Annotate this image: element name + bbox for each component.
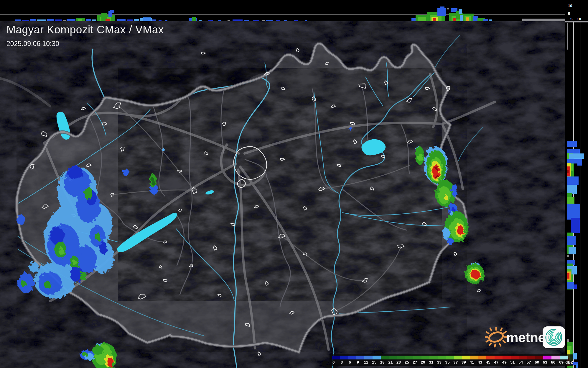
top-panel-echo [63, 20, 66, 21]
legend-entry-color [364, 356, 373, 359]
legend-entry-value: 6 [346, 360, 354, 364]
top-panel-echo [55, 19, 62, 21]
right-vmax-panel [567, 22, 588, 368]
top-panel-echo [78, 19, 82, 21]
top-panel-echo [159, 20, 162, 21]
top-panel-echo [483, 19, 488, 21]
gridline-10km [581, 22, 581, 368]
legend-unit: dBZ [565, 360, 573, 364]
right-panel-graybar [567, 23, 568, 50]
legend-entry-color [519, 356, 527, 359]
right-axis-tick-10: 10 [577, 17, 581, 21]
legend-entry-color [446, 356, 454, 359]
legend-entry-color [478, 356, 487, 359]
top-vmax-panel [0, 0, 565, 21]
right-axis-tick-5: 5 [570, 17, 572, 21]
legend-entry-value: 9 [354, 360, 362, 364]
legend-entry-value: 66 [549, 360, 557, 364]
legend-entry-value: 23 [395, 360, 403, 364]
legend-entry-color [348, 356, 356, 359]
legend-entry-color [397, 356, 405, 359]
legend-entry-value: 15 [370, 360, 378, 364]
right-panel-echo [567, 236, 576, 245]
legend-entry-value: 35 [443, 360, 452, 364]
top-panel-echo [199, 20, 202, 21]
right-panel-echo [576, 207, 580, 215]
gridline-5km [573, 22, 574, 368]
right-panel-echo [567, 255, 569, 257]
legend-entry-color [413, 356, 421, 359]
top-panel-echo [305, 20, 307, 21]
top-panel-echo [192, 17, 196, 21]
legend-entry-color [511, 356, 519, 359]
right-panel-echo [569, 247, 576, 254]
top-panel-echo [433, 18, 436, 21]
legend-entry-value: 39 [460, 360, 468, 364]
top-panel-echo [233, 19, 243, 21]
right-panel-echo [567, 197, 574, 204]
top-panel-echo [67, 19, 75, 21]
dbz-legend-labels: 0369121518212325272931333537394143454749… [330, 360, 573, 364]
right-panel-echo [577, 161, 582, 166]
top-axis-tick-10: 10 [568, 4, 572, 8]
legend-entry-color [340, 356, 348, 359]
right-panel-echo [571, 218, 580, 233]
map-title-block: Magyar Kompozit CMax / VMax 2025.09.06 1… [6, 24, 164, 48]
legend-entry-color [454, 356, 462, 359]
legend-entry-color [373, 356, 381, 359]
legend-entry-color [543, 356, 551, 359]
top-panel-echo [447, 8, 449, 9]
legend-entry-value: 33 [435, 360, 444, 364]
legend-entry-value: 27 [411, 360, 419, 364]
legend-entry-value: 21 [386, 360, 395, 364]
top-panel-echo [47, 19, 54, 21]
legend-entry-value: 37 [452, 360, 460, 364]
top-panel-echo [459, 9, 462, 14]
legend-entry-value: 25 [403, 360, 411, 364]
legend-entry-color [495, 356, 503, 359]
right-panel-echo [567, 170, 569, 173]
legend-entry-color [438, 356, 446, 359]
top-panel-echo [453, 18, 456, 21]
legend-entry-value: 57 [525, 360, 533, 364]
right-panel-echo [567, 176, 579, 185]
dbz-legend-colorbar [332, 356, 568, 359]
legend-entry-value: 69 [557, 360, 566, 364]
legend-entry-color [429, 356, 438, 359]
top-panel-echo [15, 19, 21, 21]
top-panel-echo [86, 19, 91, 21]
top-panel-echo [92, 19, 96, 21]
legend-entry-value: 43 [476, 360, 484, 364]
gridline-5km [0, 14, 565, 14]
legend-entry-value: 54 [517, 360, 525, 364]
map-title: Magyar Kompozit CMax / VMax [6, 24, 164, 36]
top-panel-echo [440, 6, 444, 10]
top-panel-echo [22, 20, 29, 21]
top-panel-echo [110, 10, 114, 13]
legend-entry-value: 49 [500, 360, 508, 364]
legend-entry-color [356, 356, 365, 359]
legend-entry-value: 3 [338, 360, 346, 364]
legend-entry-value: 18 [378, 360, 387, 364]
top-panel-echo [143, 17, 151, 21]
top-panel-echo [37, 19, 46, 21]
legend-entry-value: 12 [362, 360, 370, 364]
right-panel-echo [573, 353, 577, 359]
top-panel-echo [284, 20, 287, 21]
legend-entry-color [470, 356, 478, 359]
map-timestamp: 2025.09.06 10:30 [6, 40, 164, 48]
top-panel-echo [228, 20, 230, 21]
legend-entry-value: 29 [419, 360, 427, 364]
top-panel-echo [418, 17, 426, 21]
legend-entry-value: 45 [484, 360, 492, 364]
top-panel-echo [30, 19, 36, 21]
right-panel-echo [574, 284, 577, 289]
radar-app-window: Magyar Kompozit CMax / VMax 2025.09.06 1… [0, 0, 588, 368]
legend-entry-color [527, 356, 535, 359]
top-panel-echo [134, 19, 139, 21]
legend-entry-color [551, 356, 560, 359]
legend-entry-value: 47 [492, 360, 500, 364]
top-panel-echo [244, 20, 249, 21]
top-axis-tick-5: 5 [568, 12, 570, 16]
radar-map-canvas [0, 21, 565, 368]
